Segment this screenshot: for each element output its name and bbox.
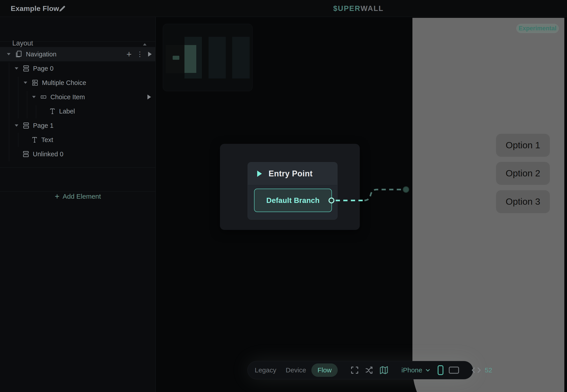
add-element-label: Add Element [63,193,101,200]
phone-landscape-icon[interactable] [449,366,459,374]
caret-down-icon[interactable] [15,125,18,127]
caret-down-icon[interactable] [32,96,36,98]
preview-option-3-button[interactable]: Option 3 [496,190,550,213]
thumb-accent-bar [184,45,196,73]
play-icon [257,171,262,177]
caret-down-icon[interactable] [15,67,18,70]
legacy-tab[interactable]: Legacy [255,366,276,374]
tree-label: Page 0 [33,65,54,72]
flow-title: Example Flow [11,0,59,17]
preview-option-2-button[interactable]: Option 2 [496,162,550,185]
stack-icon [15,51,22,58]
entry-point-node: Entry Point Default Branch [248,162,338,220]
superwall-logo: $UPERWALL [333,0,384,17]
entry-point-label: Entry Point [269,169,313,178]
thumb-accent-dash [173,56,179,60]
text-icon [50,108,55,115]
device-select[interactable]: iPhone [401,366,422,374]
default-branch-button[interactable]: Default Branch [254,189,332,212]
top-bar: Example Flow $UPERWALL [0,0,567,17]
code-icon[interactable] [471,367,481,373]
caret-down-icon[interactable] [7,53,11,55]
tree-label: Choice Item [50,93,85,101]
fullscreen-icon[interactable] [350,366,359,375]
device-preview-panel: Experimental Option 1 Option 2 Option 3 [412,18,564,392]
flow-node-card[interactable]: Entry Point Default Branch [220,144,360,230]
chevron-down-icon[interactable] [425,367,431,373]
logo-primary: $UPER [333,4,361,13]
play-icon[interactable] [147,95,151,99]
divider [0,42,156,42]
page-thumbnail-card[interactable] [163,24,253,91]
tree-row-choice-item[interactable]: Choice Item [0,90,156,104]
layout-panel-title: Layout [12,39,33,47]
option-label: Option 3 [506,196,540,207]
page-icon [23,151,29,157]
tree-row-unlinked-0[interactable]: Unlinked 0 [0,147,156,161]
option-label: Option 1 [506,140,540,151]
tree-label: Page 1 [33,122,54,129]
layout-sidebar: Layout Navigation + ⋮ [0,17,156,392]
flow-tab[interactable]: Flow [311,364,338,377]
phone-portrait-icon[interactable] [437,365,444,375]
add-element-button[interactable]: + Add Element [0,184,156,208]
bottom-toolbar: Legacy Device Flow iPhone [247,361,473,379]
option-label: Option 2 [506,168,540,179]
zoom-level[interactable]: 52 [485,366,492,374]
map-icon[interactable] [379,366,389,375]
add-child-icon[interactable]: + [127,50,132,59]
tree-row-page-0[interactable]: Page 0 [0,61,156,76]
tree-row-multiple-choice[interactable]: Multiple Choice [0,76,156,90]
tree-label: Text [41,136,53,144]
app-root: Example Flow $UPERWALL Layout [0,0,567,392]
divider [0,191,156,192]
experimental-badge: Experimental [516,24,559,33]
thumb-column [209,37,226,79]
tree-label: Label [59,108,75,115]
multiple-choice-icon [32,79,38,86]
page-icon [23,65,29,72]
plus-icon: + [55,192,59,201]
tree-label: Multiple Choice [42,79,86,86]
tree-label: Unlinked 0 [33,151,63,158]
tree-row-text[interactable]: Text [0,133,156,147]
play-icon[interactable] [148,52,152,57]
tree-row-navigation[interactable]: Navigation + ⋮ [0,47,156,61]
device-tab[interactable]: Device [286,366,306,374]
divider [0,168,156,168]
node-body: Default Branch [248,185,337,220]
experimental-badge-label: Experimental [519,25,556,32]
more-options-icon[interactable]: ⋮ [137,51,143,57]
split-branch-icon[interactable] [365,366,374,375]
caret-down-icon[interactable] [24,82,27,84]
tree-label: Navigation [26,51,57,58]
tree-row-label[interactable]: Label [0,104,156,118]
logo-secondary: WALL [361,4,384,13]
entry-point-header[interactable]: Entry Point [248,162,337,185]
edit-pencil-icon[interactable] [58,5,66,13]
preview-option-1-button[interactable]: Option 1 [496,134,550,157]
choice-item-icon [40,94,47,100]
default-branch-label: Default Branch [266,196,320,205]
thumb-column [232,37,250,79]
page-icon [23,122,29,129]
tree-row-page-1[interactable]: Page 1 [0,118,156,133]
text-icon [32,137,38,143]
